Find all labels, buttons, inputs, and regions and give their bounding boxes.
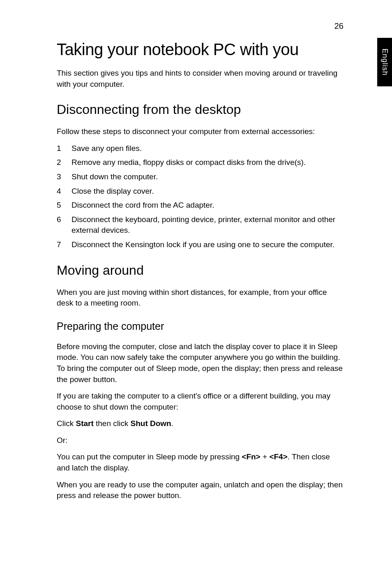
bold-text: <Fn>: [242, 452, 260, 461]
steps-list: 1 Save any open files. 2 Remove any medi…: [57, 143, 344, 250]
step-number: 7: [57, 239, 71, 250]
subsection-heading-preparing: Preparing the computer: [57, 320, 344, 332]
list-item: 3 Shut down the computer.: [57, 171, 344, 183]
text-run: Click: [57, 419, 76, 428]
bold-text: Shut Down: [131, 419, 171, 428]
step-number: 1: [57, 143, 71, 154]
step-text: Shut down the computer.: [71, 171, 344, 183]
page-number: 26: [334, 21, 344, 31]
section-heading-disconnecting: Disconnecting from the desktop: [57, 102, 344, 117]
body-paragraph: You can put the computer in Sleep mode b…: [57, 452, 344, 473]
text-run: You can put the computer in Sleep mode b…: [57, 452, 242, 461]
step-number: 2: [57, 157, 71, 168]
step-text: Remove any media, floppy disks or compac…: [71, 157, 344, 168]
list-item: 4 Close the display cover.: [57, 186, 344, 197]
list-item: 1 Save any open files.: [57, 143, 344, 154]
step-text: Disconnect the keyboard, pointing device…: [71, 214, 344, 236]
step-number: 6: [57, 214, 71, 236]
language-tab: English: [377, 38, 392, 86]
step-number: 4: [57, 186, 71, 197]
list-item: 7 Disconnect the Kensington lock if you …: [57, 239, 344, 250]
list-item: 2 Remove any media, floppy disks or comp…: [57, 157, 344, 168]
text-run: then click: [94, 419, 131, 428]
body-paragraph: If you are taking the computer to a clie…: [57, 391, 344, 412]
step-text: Disconnect the Kensington lock if you ar…: [71, 239, 344, 250]
section-lead: When you are just moving within short di…: [57, 287, 344, 309]
step-text: Close the display cover.: [71, 186, 344, 197]
step-text: Disconnect the cord from the AC adapter.: [71, 200, 344, 211]
text-run: .: [171, 419, 173, 428]
text-run: +: [261, 452, 270, 461]
body-paragraph: When you are ready to use the computer a…: [57, 480, 344, 501]
body-paragraph: Click Start then click Shut Down.: [57, 418, 344, 429]
section-heading-moving: Moving around: [57, 263, 344, 278]
page-title: Taking your notebook PC with you: [57, 40, 344, 59]
step-text: Save any open files.: [71, 143, 344, 154]
body-paragraph: Before moving the computer, close and la…: [57, 341, 344, 385]
body-paragraph: Or:: [57, 435, 344, 446]
bold-text: Start: [76, 419, 93, 428]
intro-paragraph: This section gives you tips and hints to…: [57, 68, 344, 90]
step-number: 5: [57, 200, 71, 211]
list-item: 5 Disconnect the cord from the AC adapte…: [57, 200, 344, 211]
page-content: Taking your notebook PC with you This se…: [57, 40, 344, 507]
section-lead: Follow these steps to disconnect your co…: [57, 126, 344, 137]
list-item: 6 Disconnect the keyboard, pointing devi…: [57, 214, 344, 236]
bold-text: <F4>: [269, 452, 287, 461]
step-number: 3: [57, 171, 71, 183]
